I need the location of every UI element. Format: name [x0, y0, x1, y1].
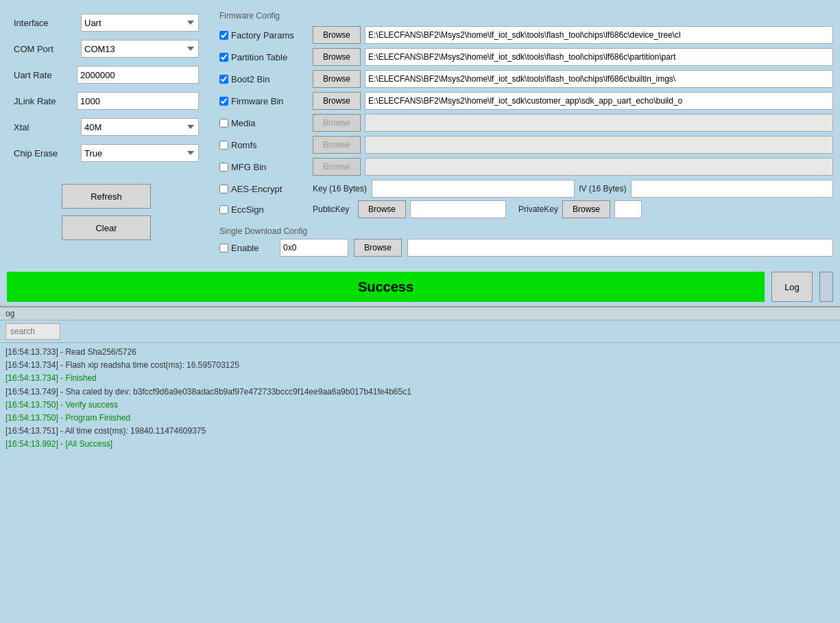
right-panel: Firmware Config Factory Params Browse Pa… — [213, 7, 840, 261]
left-panel: Interface Uart JTAG COM Port COM1 COM2 C… — [0, 7, 213, 261]
comport-row: COM Port COM1 COM2 COM13 — [14, 40, 199, 58]
media-path — [365, 114, 833, 132]
enable-label[interactable]: Enable — [219, 243, 274, 253]
firmware-bin-checkbox[interactable] — [219, 97, 228, 106]
single-browse-btn[interactable]: Browse — [354, 239, 402, 257]
partition-table-path[interactable] — [365, 48, 833, 66]
ecc-sign-checkbox[interactable] — [219, 205, 228, 214]
aes-encrypt-checkbox[interactable] — [219, 185, 228, 193]
success-bar: Success — [7, 272, 765, 302]
log-line: [16:54:13.750] - Program Finished — [5, 412, 835, 425]
key-label: Key (16 Bytes) — [313, 184, 368, 193]
aes-encrypt-row: AES-Encrypt Key (16 Bytes) IV (16 Bytes) — [219, 180, 833, 198]
log-content: [16:54:13.733] - Read Sha256/5726[16:54:… — [0, 343, 840, 623]
factory-params-row: Factory Params Browse — [219, 26, 833, 44]
romfs-checkbox[interactable] — [219, 141, 228, 150]
private-key-browse-btn[interactable]: Browse — [562, 200, 610, 218]
iv-input[interactable] — [631, 180, 834, 198]
mfg-bin-browse-btn: Browse — [313, 158, 361, 176]
extra-button[interactable] — [819, 272, 833, 302]
enable-checkbox[interactable] — [219, 244, 228, 252]
boot2-bin-path[interactable] — [365, 70, 833, 88]
private-key-input[interactable] — [614, 200, 642, 218]
factory-params-browse-btn[interactable]: Browse — [313, 26, 361, 44]
jlink-rate-label: JLink Rate — [14, 96, 71, 106]
firmware-config-title: Firmware Config — [219, 11, 833, 21]
firmware-bin-browse-btn[interactable]: Browse — [313, 92, 361, 110]
boot2-bin-checkbox[interactable] — [219, 75, 228, 84]
firmware-bin-path[interactable] — [365, 92, 833, 110]
interface-select[interactable]: Uart JTAG — [81, 14, 199, 32]
public-key-browse-btn[interactable]: Browse — [358, 200, 406, 218]
chip-erase-select[interactable]: True False — [81, 144, 199, 162]
private-key-label: PrivateKey — [510, 204, 558, 214]
search-input[interactable] — [5, 323, 60, 340]
uart-rate-input[interactable] — [77, 66, 199, 84]
romfs-row: Romfs Browse — [219, 136, 833, 154]
boot2-bin-browse-btn[interactable]: Browse — [313, 70, 361, 88]
boot2-bin-row: Boot2 Bin Browse — [219, 70, 833, 88]
jlink-rate-row: JLink Rate — [14, 92, 199, 110]
log-panel: og [16:54:13.733] - Read Sha256/5726[16:… — [0, 306, 840, 623]
address-input[interactable] — [280, 239, 348, 257]
log-line: [16:54:13.733] - Read Sha256/5726 — [5, 346, 835, 359]
mfg-bin-path — [365, 158, 833, 176]
romfs-browse-btn: Browse — [313, 136, 361, 154]
firmware-bin-row: Firmware Bin Browse — [219, 92, 833, 110]
clear-button[interactable]: Clear — [62, 215, 151, 240]
aes-encrypt-label[interactable]: AES-Encrypt — [219, 184, 309, 194]
interface-row: Interface Uart JTAG — [14, 14, 199, 32]
uart-rate-label: Uart Rate — [14, 70, 71, 80]
log-line: [16:54:13.751] - All time cost(ms): 1984… — [5, 425, 835, 438]
single-download-section: Single Download Config Enable Browse — [219, 226, 833, 257]
firmware-bin-label[interactable]: Firmware Bin — [219, 96, 309, 106]
factory-params-label[interactable]: Factory Params — [219, 30, 309, 40]
factory-params-path[interactable] — [365, 26, 833, 44]
refresh-button[interactable]: Refresh — [62, 184, 151, 209]
jlink-rate-input[interactable] — [77, 92, 199, 110]
chip-erase-row: Chip Erase True False — [14, 144, 199, 162]
log-header-label: og — [5, 309, 14, 318]
chip-erase-label: Chip Erase — [14, 148, 75, 158]
log-header: og — [0, 307, 840, 320]
partition-table-browse-btn[interactable]: Browse — [313, 48, 361, 66]
media-label[interactable]: Media — [219, 118, 309, 128]
single-download-row: Enable Browse — [219, 239, 833, 257]
xtal-label: Xtal — [14, 122, 75, 132]
xtal-select[interactable]: 40M 26M 32M — [81, 118, 199, 136]
partition-table-checkbox[interactable] — [219, 53, 228, 62]
public-key-input[interactable] — [410, 200, 506, 218]
button-row: Refresh Clear — [14, 184, 199, 240]
mfg-bin-checkbox[interactable] — [219, 163, 228, 172]
ecc-sign-label[interactable]: EccSign — [219, 204, 309, 215]
single-path-input[interactable] — [407, 239, 833, 257]
success-text: Success — [358, 279, 413, 295]
key-input[interactable] — [372, 180, 575, 198]
factory-params-checkbox[interactable] — [219, 31, 228, 40]
top-panel: Interface Uart JTAG COM Port COM1 COM2 C… — [0, 0, 840, 268]
iv-label: IV (16 Bytes) — [579, 184, 627, 193]
ecc-sign-row: EccSign PublicKey Browse PrivateKey Brow… — [219, 200, 833, 218]
log-line: [16:54:13.750] - Verify success — [5, 399, 835, 412]
log-line: [16:54:13.992] - [All Success] — [5, 438, 835, 451]
mfg-bin-label[interactable]: MFG Bin — [219, 162, 309, 172]
xtal-row: Xtal 40M 26M 32M — [14, 118, 199, 136]
partition-table-label[interactable]: Partition Table — [219, 52, 309, 62]
mfg-bin-row: MFG Bin Browse — [219, 158, 833, 176]
log-search-bar — [0, 320, 840, 343]
partition-table-row: Partition Table Browse — [219, 48, 833, 66]
boot2-bin-label[interactable]: Boot2 Bin — [219, 74, 309, 84]
log-line: [16:54:13.734] - Finished — [5, 372, 835, 385]
romfs-path — [365, 136, 833, 154]
media-checkbox[interactable] — [219, 119, 228, 128]
log-button[interactable]: Log — [771, 272, 813, 302]
romfs-label[interactable]: Romfs — [219, 140, 309, 150]
single-download-title: Single Download Config — [219, 226, 833, 236]
comport-select[interactable]: COM1 COM2 COM13 — [81, 40, 199, 58]
status-bar: Success Log — [0, 268, 840, 306]
main-container: Interface Uart JTAG COM Port COM1 COM2 C… — [0, 0, 840, 623]
media-row: Media Browse — [219, 114, 833, 132]
log-line: [16:54:13.749] - Sha caled by dev: b3fcc… — [5, 386, 835, 399]
interface-label: Interface — [14, 18, 75, 28]
public-key-label: PublicKey — [313, 204, 354, 214]
